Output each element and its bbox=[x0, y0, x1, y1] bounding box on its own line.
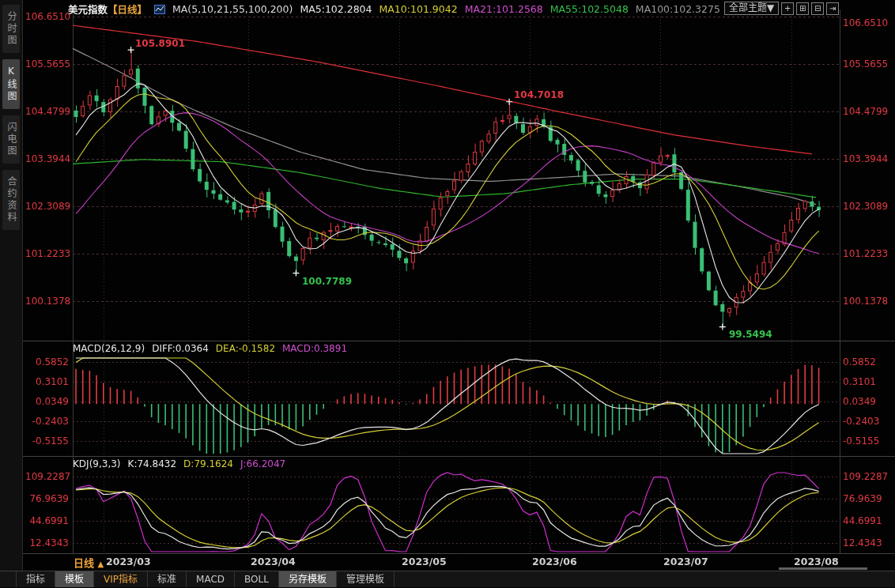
price-axis-label: 102.3089 bbox=[843, 201, 886, 212]
price-axis-label: 104.4799 bbox=[25, 106, 69, 117]
macd-axis-label: -0.2403 bbox=[25, 416, 69, 427]
price-axis-label: 103.3944 bbox=[25, 153, 69, 164]
kline-chart-app: 分时图 K线图 闪电图 合约资料 美元指数【日线】 MA(5,10,21,55,… bbox=[0, 0, 895, 588]
macd-axis-label: -0.5155 bbox=[843, 435, 886, 447]
period-label: 【日线】 bbox=[108, 4, 147, 16]
kdj-axis-label: 12.4343 bbox=[843, 537, 886, 548]
kdj-params: KDJ(9,3,3) bbox=[73, 458, 121, 469]
ma-params-label: MA(5,10,21,55,100,200) bbox=[172, 3, 293, 15]
sidebar-item-lightning-chart[interactable]: 闪电图 bbox=[2, 115, 20, 164]
date-axis-label: 2023/07 bbox=[663, 556, 708, 567]
theme-dropdown-button[interactable]: 全部主题▼ bbox=[724, 2, 779, 15]
price-axis-label: 106.6510 bbox=[25, 11, 69, 22]
fit-view-icon[interactable]: + bbox=[781, 2, 794, 15]
kdj-axis-label: 44.6991 bbox=[25, 515, 69, 526]
toolbar-item-vip-indicators[interactable]: VIP指标 bbox=[94, 571, 148, 587]
chart-type-sidebar: 分时图 K线图 闪电图 合约资料 bbox=[0, 0, 23, 571]
bottom-toolbar: 指标 模板 VIP指标 标准 MACD BOLL 另存模板 管理模板 bbox=[0, 571, 895, 587]
sidebar-item-time-chart[interactable]: 分时图 bbox=[2, 5, 20, 53]
price-axis-label: 101.2233 bbox=[25, 248, 69, 259]
price-axis-label: 105.5655 bbox=[25, 58, 69, 70]
mini-chart-icon bbox=[154, 5, 165, 14]
price-axis-label: 100.1378 bbox=[843, 296, 886, 307]
date-axis-label: 2023/05 bbox=[402, 556, 447, 567]
macd-axis-label: 0.0349 bbox=[843, 396, 886, 407]
macd-axis-label: -0.2403 bbox=[843, 416, 886, 427]
toolbar-item-template[interactable]: 模板 bbox=[55, 571, 94, 587]
price-axis-label: 104.4799 bbox=[843, 106, 886, 117]
macd-dea-value: DEA:-0.1582 bbox=[216, 343, 275, 354]
toolbar-item-boll[interactable]: BOLL bbox=[235, 571, 279, 587]
header-controls: 全部主题▼ + ⊞ ⊟ ⇥ bbox=[724, 2, 839, 15]
triangle-up-icon: ▲ bbox=[98, 560, 104, 568]
kdj-axis-label: 76.9639 bbox=[25, 493, 69, 504]
date-axis-label: 2023/06 bbox=[532, 556, 577, 567]
kdj-k-value: K:74.8432 bbox=[128, 458, 177, 469]
high-annotation: 105.8901 bbox=[135, 38, 185, 49]
symbol-title: 美元指数 bbox=[68, 4, 108, 16]
price-axis-label: 103.3944 bbox=[843, 153, 886, 164]
kdj-axis-label: 109.2287 bbox=[843, 471, 886, 482]
kdj-d-value: D:79.1624 bbox=[183, 458, 233, 469]
kdj-axis-label: 109.2287 bbox=[25, 471, 69, 482]
macd-params: MACD(26,12,9) bbox=[73, 343, 145, 354]
ma10-value: MA10:101.9042 bbox=[380, 3, 458, 15]
toolbar-item-standard[interactable]: 标准 bbox=[148, 571, 187, 587]
date-axis-label: 2023/03 bbox=[106, 556, 151, 567]
pan-right-icon[interactable]: ⇥ bbox=[826, 2, 839, 15]
macd-axis-label: 0.5852 bbox=[25, 356, 69, 368]
sidebar-item-kline-chart[interactable]: K线图 bbox=[2, 59, 20, 109]
chart-header: 美元指数【日线】 MA(5,10,21,55,100,200) MA5:102.… bbox=[68, 2, 761, 16]
date-axis-label: 2023/04 bbox=[251, 556, 296, 567]
chart-canvas[interactable] bbox=[23, 0, 895, 571]
ma100-value: MA100:102.3275 bbox=[636, 3, 720, 15]
low-annotation: 99.5494 bbox=[729, 329, 772, 340]
price-axis-label: 100.1378 bbox=[25, 296, 69, 307]
toolbar-item-indicators[interactable]: 指标 bbox=[16, 571, 55, 587]
kdj-axis-label: 44.6991 bbox=[843, 515, 886, 526]
zoom-out-icon[interactable]: ⊞ bbox=[796, 2, 809, 15]
sidebar-item-contract-info[interactable]: 合约资料 bbox=[2, 170, 20, 230]
kdj-j-value: J:66.2047 bbox=[240, 458, 285, 469]
macd-diff-value: DIFF:0.0364 bbox=[152, 343, 209, 354]
macd-axis-label: 0.3101 bbox=[25, 376, 69, 387]
macd-axis-label: 0.5852 bbox=[843, 356, 886, 368]
toolbar-item-save-template[interactable]: 另存模板 bbox=[279, 571, 337, 587]
macd-macd-value: MACD:0.3891 bbox=[282, 343, 347, 354]
kdj-axis-label: 12.4343 bbox=[25, 537, 69, 548]
scrollbar-thumb[interactable] bbox=[779, 567, 867, 570]
ma5-value: MA5:102.2804 bbox=[300, 3, 372, 15]
date-axis-label: 2023/08 bbox=[794, 556, 839, 567]
price-axis-label: 106.6510 bbox=[843, 17, 886, 28]
price-axis-label: 102.3089 bbox=[25, 201, 69, 212]
kdj-axis-label: 76.9639 bbox=[843, 493, 886, 504]
high-annotation: 104.7018 bbox=[514, 89, 564, 100]
ma55-value: MA55:102.5048 bbox=[550, 3, 629, 15]
macd-header: MACD(26,12,9) DIFF:0.0364 DEA:-0.1582 MA… bbox=[73, 343, 347, 354]
price-axis-label: 101.2233 bbox=[843, 248, 886, 259]
kdj-header: KDJ(9,3,3) K:74.8432 D:79.1624 J:66.2047 bbox=[73, 458, 285, 469]
zoom-in-icon[interactable]: ⊟ bbox=[811, 2, 824, 15]
period-selector-button[interactable]: 日线 ▲ bbox=[74, 555, 104, 570]
toolbar-item-manage-template[interactable]: 管理模板 bbox=[337, 571, 395, 587]
toolbar-item-macd[interactable]: MACD bbox=[187, 571, 235, 587]
macd-axis-label: 0.3101 bbox=[843, 376, 886, 387]
low-annotation: 100.7789 bbox=[302, 276, 352, 287]
macd-axis-label: -0.5155 bbox=[25, 435, 69, 447]
macd-axis-label: 0.0349 bbox=[25, 396, 69, 407]
ma21-value: MA21:101.2568 bbox=[465, 3, 543, 15]
price-axis-label: 105.5655 bbox=[843, 58, 886, 70]
